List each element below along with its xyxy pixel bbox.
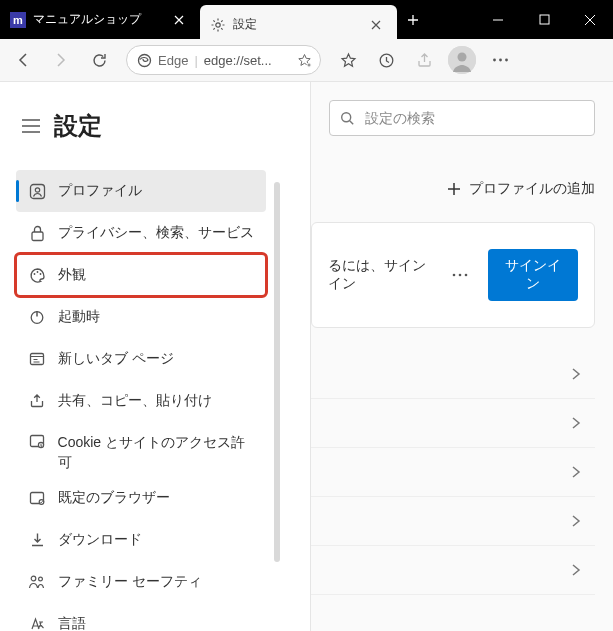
signin-card-text: るには、サインイン [328,257,432,293]
tab-label: 設定 [233,16,364,33]
close-icon[interactable] [174,15,190,25]
nav-label: 新しいタブ ページ [58,350,174,368]
signin-card: るには、サインイン サインイン [311,222,595,328]
nav-default-browser[interactable]: 既定のブラウザー [16,477,266,519]
nav-label: 共有、コピー、貼り付け [58,392,212,410]
svg-point-24 [31,576,36,581]
edge-label: Edge [158,53,188,68]
favorites-button[interactable] [331,43,365,77]
svg-rect-14 [32,232,43,241]
sidebar-scrollbar[interactable] [274,182,280,562]
svg-point-4 [139,54,151,66]
download-icon [28,532,46,548]
search-icon [340,111,355,126]
separator: | [194,53,197,68]
family-icon [28,574,46,590]
url-text: edge://set... [204,53,310,68]
nav-label: ダウンロード [58,531,142,549]
toolbar: Edge | edge://set... [0,39,613,82]
back-button[interactable] [6,43,40,77]
signin-button[interactable]: サインイン [488,249,578,301]
forward-button[interactable] [44,43,78,77]
nav-label: プロファイル [58,182,142,200]
add-profile-label: プロファイルの追加 [469,180,595,198]
tab-manual-shop[interactable]: m マニュアルショップ [0,0,200,39]
history-button[interactable] [369,43,403,77]
svg-point-13 [35,187,39,191]
svg-point-11 [505,59,508,62]
close-window-button[interactable] [567,0,613,39]
nav-profiles[interactable]: プロファイル [16,170,266,212]
settings-nav: プロファイル プライバシー、検索、サービス 外観 起動時 新しいタブ ページ [16,170,310,631]
window-controls [475,0,613,39]
profile-rows [311,350,595,595]
hamburger-icon[interactable] [22,119,40,133]
profile-button[interactable] [445,43,479,77]
nav-privacy[interactable]: プライバシー、検索、サービス [16,212,266,254]
search-input[interactable] [365,110,584,126]
nav-label: 外観 [58,266,86,284]
nav-share[interactable]: 共有、コピー、貼り付け [16,380,266,422]
nav-languages[interactable]: 言語 [16,603,266,631]
svg-point-25 [39,577,43,581]
gear-icon [210,17,226,33]
add-profile-button[interactable]: プロファイルの追加 [329,180,595,198]
tab-label: マニュアルショップ [33,11,167,28]
card-more-icon[interactable] [446,273,474,277]
svg-rect-12 [30,184,44,198]
share-icon [28,393,46,409]
nav-label: 起動時 [58,308,100,326]
maximize-button[interactable] [521,0,567,39]
cookie-icon [28,433,46,449]
profile-row[interactable] [311,399,595,448]
palette-icon [28,267,46,284]
svg-point-28 [453,274,456,277]
svg-point-15 [33,273,35,275]
titlebar: m マニュアルショップ 設定 [0,0,613,39]
minimize-button[interactable] [475,0,521,39]
share-button[interactable] [407,43,441,77]
svg-point-27 [342,112,351,121]
profile-row[interactable] [311,497,595,546]
svg-point-30 [465,274,468,277]
nav-label: プライバシー、検索、サービス [58,224,254,242]
tab-settings[interactable]: 設定 [200,5,397,44]
profile-row[interactable] [311,448,595,497]
profile-icon [28,183,46,200]
close-icon[interactable] [371,20,387,30]
nav-cookies[interactable]: Cookie とサイトのアクセス許可 [16,422,266,477]
lock-icon [28,225,46,242]
nav-downloads[interactable]: ダウンロード [16,519,266,561]
svg-point-10 [499,59,502,62]
nav-label: 既定のブラウザー [58,489,170,507]
nav-startup[interactable]: 起動時 [16,296,266,338]
svg-text:m: m [13,14,23,26]
page-title: 設定 [54,110,102,142]
nav-family[interactable]: ファミリー セーフティ [16,561,266,603]
settings-search[interactable] [329,100,595,136]
svg-point-16 [36,271,38,273]
power-icon [28,309,46,325]
nav-label: ファミリー セーフティ [58,573,202,591]
avatar [448,46,476,74]
nav-label: Cookie とサイトのアクセス許可 [58,433,254,472]
settings-sidebar: 設定 プロファイル プライバシー、検索、サービス 外観 起動時 [0,82,310,631]
profile-row[interactable] [311,546,595,595]
add-favorite-icon[interactable] [297,53,312,68]
nav-appearance[interactable]: 外観 [16,254,266,296]
svg-point-2 [216,22,220,26]
address-bar[interactable]: Edge | edge://set... [126,45,321,75]
profile-row[interactable] [311,350,595,399]
svg-point-29 [459,274,462,277]
settings-header: 設定 [22,110,310,142]
settings-main: プロファイルの追加 るには、サインイン サインイン [310,82,613,631]
favicon-m: m [10,12,26,28]
new-tab-button[interactable] [397,0,429,39]
refresh-button[interactable] [82,43,116,77]
svg-point-8 [458,53,467,62]
svg-point-9 [493,59,496,62]
nav-newtab[interactable]: 新しいタブ ページ [16,338,266,380]
newtab-icon [28,351,46,367]
more-button[interactable] [483,43,517,77]
browser-icon [28,490,46,506]
